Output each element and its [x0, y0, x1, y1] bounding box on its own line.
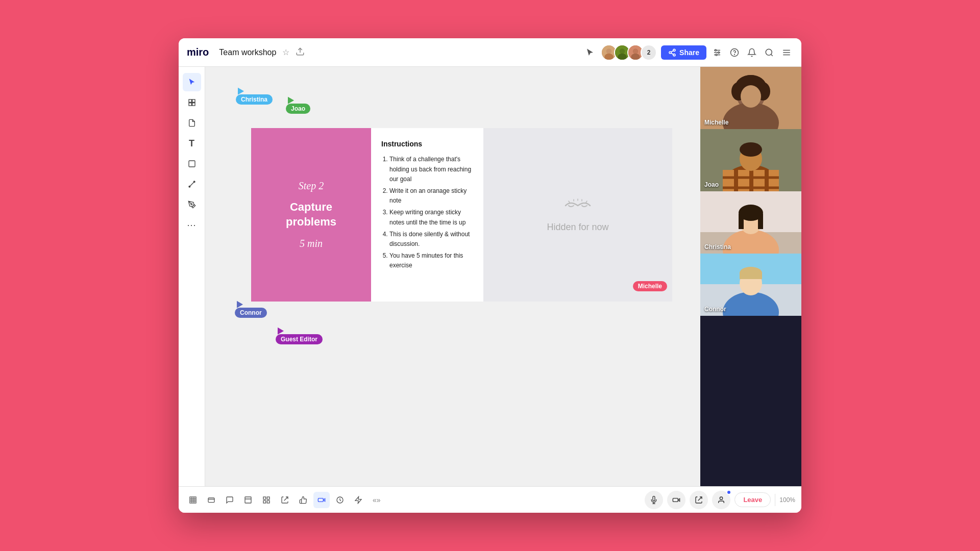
like-tool[interactable]: [295, 492, 311, 508]
main-area: T: [179, 67, 801, 486]
table-tool[interactable]: [185, 492, 201, 508]
hidden-text: Hidden for now: [547, 222, 608, 233]
svg-point-9: [673, 49, 675, 51]
card-title: Captureproblems: [286, 200, 336, 229]
note-tool[interactable]: [222, 492, 238, 508]
svg-line-13: [671, 51, 674, 52]
notification-dot: [726, 490, 731, 495]
upload-icon[interactable]: [296, 47, 305, 58]
instructions-list: Think of a challenge that's holding us b…: [381, 155, 473, 270]
svg-rect-30: [192, 103, 194, 106]
grid-tool[interactable]: [258, 492, 275, 508]
camera-btn[interactable]: [667, 491, 685, 509]
joao-video-label: Joao: [704, 181, 719, 188]
svg-rect-94: [673, 498, 678, 502]
svg-rect-28: [192, 99, 194, 102]
bell-icon[interactable]: [745, 46, 758, 59]
card-tool[interactable]: [203, 492, 219, 508]
cursor-joao: Joao: [286, 96, 310, 114]
miro-logo: miro: [187, 46, 209, 58]
svg-rect-66: [739, 214, 744, 229]
bottom-toolbar: «»: [179, 486, 801, 513]
video-panel: Michelle: [700, 67, 801, 486]
svg-point-4: [620, 48, 625, 54]
svg-point-11: [673, 54, 675, 56]
svg-rect-67: [758, 214, 763, 229]
media-controls: Leave: [645, 491, 771, 509]
timer-tool[interactable]: [332, 492, 348, 508]
pink-card: Step 2 Captureproblems 5 min: [251, 128, 371, 302]
settings-icon[interactable]: [710, 46, 724, 59]
leave-button[interactable]: Leave: [734, 492, 771, 507]
svg-point-33: [189, 186, 190, 187]
search-icon[interactable]: [763, 46, 776, 59]
svg-point-48: [741, 85, 761, 108]
svg-point-7: [633, 48, 639, 54]
svg-line-12: [671, 53, 674, 55]
svg-line-36: [569, 201, 570, 203]
svg-point-8: [631, 53, 640, 60]
card-time: 5 min: [300, 238, 323, 249]
video-tile-connor[interactable]: Connor: [700, 254, 801, 316]
more-tools[interactable]: ···: [183, 216, 201, 234]
export-tool[interactable]: [277, 492, 293, 508]
sticky-bottom-tool[interactable]: [240, 492, 256, 508]
star-icon[interactable]: ☆: [282, 47, 289, 57]
svg-line-96: [698, 497, 702, 500]
instruction-item-4: This is done silently & without discussi…: [389, 230, 473, 249]
svg-rect-86: [267, 500, 270, 503]
sticky-tool[interactable]: [183, 114, 201, 132]
frames-tool[interactable]: [183, 93, 201, 112]
cursor-icon[interactable]: [583, 46, 597, 59]
svg-point-19: [716, 54, 717, 56]
svg-point-97: [720, 497, 723, 499]
step-label: Step 2: [299, 180, 324, 192]
lightning-tool[interactable]: [350, 492, 366, 508]
select-tool[interactable]: [183, 73, 201, 91]
svg-rect-29: [189, 103, 191, 106]
connor-video-label: Connor: [704, 306, 726, 313]
svg-rect-85: [263, 500, 266, 503]
christina-video-label: Christina: [704, 243, 731, 251]
shape-tool[interactable]: [183, 155, 201, 173]
header: miro Team workshop ☆: [179, 38, 801, 67]
cursor-guest-editor: Guest Editor: [276, 327, 323, 344]
svg-line-23: [771, 54, 772, 56]
svg-point-18: [718, 52, 720, 53]
left-toolbar: T: [179, 67, 205, 486]
video-tool[interactable]: [313, 492, 330, 508]
line-tool[interactable]: [183, 175, 201, 193]
svg-line-40: [586, 201, 587, 203]
zoom-level: 100%: [779, 496, 795, 504]
share-button[interactable]: Share: [661, 45, 706, 60]
svg-point-17: [715, 49, 717, 51]
svg-point-2: [604, 53, 614, 60]
svg-marker-91: [355, 496, 361, 503]
cursor-christina: Christina: [236, 87, 273, 105]
hidden-card: Hidden for now Michelle: [483, 128, 672, 302]
screen-share-btn[interactable]: [690, 491, 708, 509]
participants-btn-wrapper: [712, 491, 730, 509]
text-tool[interactable]: T: [183, 134, 201, 153]
video-tile-christina[interactable]: Christina: [700, 191, 801, 254]
header-actions: 2 Share: [583, 44, 793, 61]
svg-point-1: [606, 48, 612, 54]
cursor-connor: Connor: [235, 300, 267, 318]
mic-btn[interactable]: [645, 491, 663, 509]
svg-point-59: [740, 142, 762, 157]
svg-point-34: [193, 181, 195, 183]
help-icon[interactable]: [728, 46, 741, 59]
svg-rect-73: [740, 273, 762, 279]
video-tile-joao[interactable]: Joao: [700, 129, 801, 191]
pen-tool[interactable]: [183, 195, 201, 214]
list-icon[interactable]: [780, 46, 793, 59]
instruction-item-2: Write it on an oranage sticky note: [389, 186, 473, 206]
video-tile-michelle[interactable]: Michelle: [700, 67, 801, 129]
collapse-toolbar-btn[interactable]: «»: [369, 494, 385, 506]
avatar-group: 2: [601, 44, 657, 61]
svg-rect-27: [189, 99, 191, 102]
svg-rect-84: [267, 497, 270, 499]
canvas-area[interactable]: Christina Joao Connor Guest Editor: [205, 67, 700, 486]
svg-point-5: [618, 53, 627, 60]
hidden-icon: [564, 197, 592, 216]
